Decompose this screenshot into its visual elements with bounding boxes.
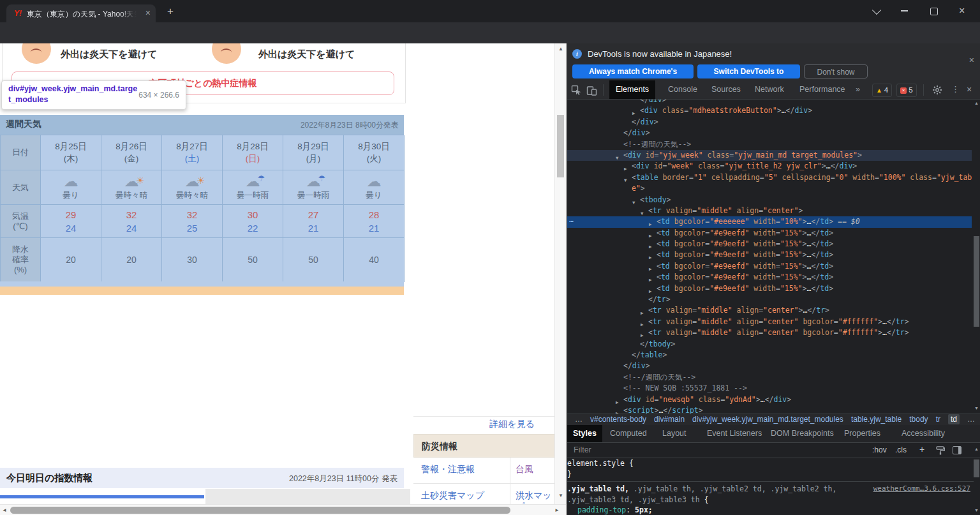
dom-tree-node[interactable]: </div> xyxy=(567,117,972,128)
devtools-settings-gear-icon[interactable] xyxy=(932,85,942,98)
banner-button[interactable]: Switch DevTools to Japanese xyxy=(697,64,800,78)
breadcrumb-item[interactable]: div#yjw_week.yjw_main_md.target_modules xyxy=(692,415,843,424)
devtools-tab-performance[interactable]: Performance xyxy=(793,80,852,99)
dom-tree-node[interactable]: ▶<td bgcolor="#e9eefd" width="15%">…</td… xyxy=(567,261,972,272)
vertical-scrollbar-thumb[interactable] xyxy=(557,115,564,177)
scroll-left-icon[interactable]: ◄ xyxy=(2,507,7,513)
index-tab-selected-indicator[interactable] xyxy=(0,495,204,498)
horizontal-scrollbar[interactable]: ◄ ► xyxy=(0,504,566,515)
more-tabs-icon[interactable]: » xyxy=(849,80,866,99)
dom-tree-node[interactable]: e"> xyxy=(567,183,972,194)
detail-link[interactable]: 詳細を見る xyxy=(413,419,535,430)
banner-close-icon[interactable]: × xyxy=(969,55,974,65)
devtools-tree-scrollbar[interactable]: ▲ ▼ xyxy=(974,100,979,414)
browser-tab[interactable]: Y! 東京（東京）の天気 - Yahoo!天気 × xyxy=(6,4,156,22)
breadcrumb-item[interactable]: tbody xyxy=(909,415,928,424)
dom-tree-node[interactable]: ▶<tr valign="middle" align="center" bgco… xyxy=(567,327,972,338)
disaster-link[interactable]: 土砂災害マップ xyxy=(421,490,484,502)
index-tab-unselected[interactable] xyxy=(205,489,410,505)
temperature-cell: 2924 xyxy=(41,205,101,238)
scroll-right-icon[interactable]: ► xyxy=(554,507,560,513)
styles-tab-dom-breakpoints[interactable]: DOM Breakpoints xyxy=(765,425,840,442)
styles-tab-accessibility[interactable]: Accessibility xyxy=(896,425,951,442)
dom-tree-node[interactable]: ▶<tr valign="middle" align="center">…</t… xyxy=(567,305,972,316)
breadcrumb-item[interactable]: … xyxy=(575,415,583,424)
scroll-down-icon[interactable]: ▼ xyxy=(558,493,563,498)
horizontal-scrollbar-thumb[interactable] xyxy=(10,507,510,514)
breadcrumb-item[interactable]: v#contents-body xyxy=(590,415,646,424)
dom-tree-node[interactable]: ▶<div class="mdheatstrokeButton">…</div> xyxy=(567,105,972,116)
disaster-link-row: 警報・注意報台風 xyxy=(413,458,560,484)
paint-format-icon[interactable] xyxy=(936,446,945,458)
dom-tree-node[interactable]: ▶<script>…</script> xyxy=(567,405,972,414)
dom-tree-node[interactable]: </div> xyxy=(567,128,972,138)
disaster-link[interactable]: 台風 xyxy=(516,464,533,475)
styles-scrollbar-thumb[interactable] xyxy=(974,459,979,477)
dom-tree-node[interactable]: ▶<td bgcolor="#e9eefd" width="15%">…</td… xyxy=(567,250,972,260)
inspect-element-icon[interactable] xyxy=(571,85,582,98)
dom-tree-node[interactable]: ▶<td bgcolor="#e9eefd" width="15%">…</td… xyxy=(567,272,972,283)
dom-tree-node[interactable]: </div> xyxy=(567,361,972,371)
dom-tree-node[interactable]: <!--週間の天気--> xyxy=(567,139,972,150)
styles-tab-computed[interactable]: Computed xyxy=(604,425,653,442)
tree-scrollbar-thumb[interactable] xyxy=(974,236,979,327)
warnings-badge[interactable]: ▲ 4 xyxy=(872,84,892,97)
dow-label: (金) xyxy=(124,153,139,165)
toggle-class[interactable]: .cls xyxy=(895,445,907,454)
dom-tree-node[interactable]: </div> xyxy=(567,100,972,105)
dom-tree-node[interactable]: </table> xyxy=(567,350,972,361)
dom-tree-node[interactable]: ▶<div id="week" class="yjw_title_h2 yjw_… xyxy=(567,161,972,172)
scroll-up-icon[interactable]: ▲ xyxy=(558,46,563,52)
dom-tree-node[interactable]: ▶<td bgcolor="#e9eefd" width="15%">…</td… xyxy=(567,228,972,239)
precip-cell: 20 xyxy=(101,238,162,282)
devtools-close-icon[interactable]: × xyxy=(967,84,972,94)
breadcrumb-item[interactable]: … xyxy=(967,415,975,424)
styles-tab-styles[interactable]: Styles xyxy=(567,425,602,442)
banner-button[interactable]: Don't show again xyxy=(804,64,868,78)
filter-input[interactable]: Filter xyxy=(574,445,591,454)
new-style-rule-plus-icon[interactable]: + xyxy=(919,444,924,454)
tab-close-icon[interactable]: × xyxy=(145,8,151,18)
styles-scroll-up-icon[interactable]: ▲ xyxy=(974,447,979,451)
expand-arrow-icon[interactable]: ▶ xyxy=(616,408,619,414)
dom-tree-node[interactable]: <!--/週間の天気--> xyxy=(567,372,972,383)
dow-label: (土) xyxy=(185,153,200,165)
dom-tree-node[interactable]: ▼<tr valign="middle" align="center"> xyxy=(567,205,972,216)
dom-tree-node[interactable]: ▶<tr valign="middle" align="center" bgco… xyxy=(567,317,972,327)
dom-tree-node[interactable]: ▶<td bgcolor="#e9eefd" width="15%">…</td… xyxy=(567,239,972,250)
dom-tree-node[interactable]: ▶<td bgcolor="#e9eefd" width="15%">…</td… xyxy=(567,283,972,294)
breadcrumb-item[interactable]: td xyxy=(948,414,960,424)
banner-button[interactable]: Always match Chrome's language xyxy=(572,64,694,78)
dom-tree-selected-node[interactable]: ⋯▶<td bgcolor="#eeeeee" width="10%">…</t… xyxy=(567,216,972,227)
disaster-link[interactable]: 警報・注意報 xyxy=(421,464,475,475)
devtools-tab-console[interactable]: Console xyxy=(662,80,704,99)
devtools-menu-kebab-icon[interactable]: ⋮ xyxy=(951,84,960,94)
vertical-scrollbar[interactable]: ▲ ▼ xyxy=(554,43,567,504)
devtools-tab-network[interactable]: Network xyxy=(748,80,791,99)
styles-scrollbar[interactable]: ▼ xyxy=(974,459,979,515)
breadcrumb-item[interactable]: tr xyxy=(936,415,940,424)
dom-tree-node[interactable]: ▼<div id="yjw_week" class="yjw_main_md t… xyxy=(567,150,972,161)
dom-tree-node[interactable]: </tr> xyxy=(567,294,972,305)
new-tab-button[interactable]: + xyxy=(167,6,174,17)
toggle-hover-state[interactable]: :hov xyxy=(872,445,887,454)
dom-tree-node[interactable]: <!-- NEW SQB :55537_1881 --> xyxy=(567,383,972,394)
dom-tree-node[interactable]: ▼<table border="1" cellpadding="5" cells… xyxy=(567,172,972,183)
errors-badge[interactable]: × 5 xyxy=(896,84,917,97)
styles-tab-properties[interactable]: Properties xyxy=(838,425,886,442)
weather-desc: 曇時々晴 xyxy=(115,190,147,201)
stylesheet-source-link[interactable]: weatherComm…3.6.css:527 xyxy=(873,484,970,495)
dom-tree-node[interactable]: ▼<tbody> xyxy=(567,195,972,205)
styles-tab-event-listeners[interactable]: Event Listeners xyxy=(701,425,768,442)
dom-tree-node[interactable]: ▶<div id="newsqb" class="ydnAd">…</div> xyxy=(567,394,972,405)
computed-sidebar-icon[interactable] xyxy=(953,446,961,454)
devtools-tab-elements[interactable]: Elements xyxy=(609,80,655,99)
dow-label: (火) xyxy=(367,153,382,165)
breadcrumb-item[interactable]: table.yjw_table xyxy=(851,415,902,424)
breadcrumb-item[interactable]: div#main xyxy=(654,415,685,424)
devtools-tab-sources[interactable]: Sources xyxy=(705,80,747,99)
rule-divider xyxy=(567,481,976,482)
device-toolbar-icon[interactable] xyxy=(586,85,597,98)
styles-tab-layout[interactable]: Layout xyxy=(657,425,692,442)
dom-tree-node[interactable]: </tbody> xyxy=(567,339,972,350)
